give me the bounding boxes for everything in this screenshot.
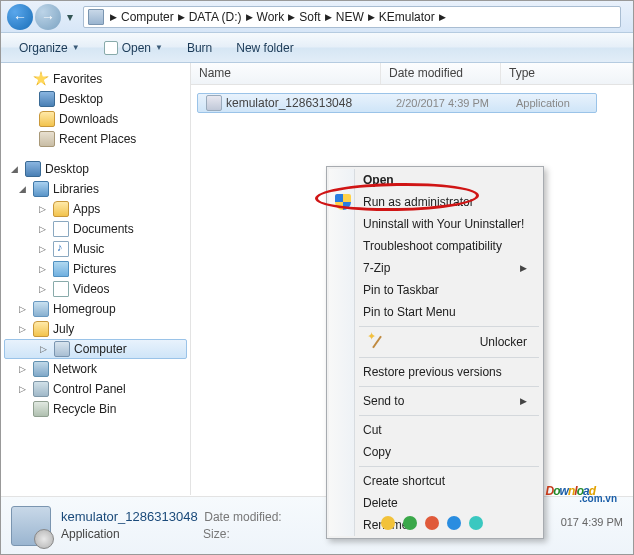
crumb-soft[interactable]: Soft	[297, 10, 322, 24]
ctx-delete[interactable]: Delete	[329, 492, 541, 514]
crumb-new[interactable]: NEW	[334, 10, 366, 24]
nav-apps[interactable]: ▷Apps	[1, 199, 190, 219]
open-icon	[104, 41, 118, 55]
nav-control-panel[interactable]: ▷Control Panel	[1, 379, 190, 399]
nav-recent-places[interactable]: Recent Places	[1, 129, 190, 149]
ctx-run-as-admin[interactable]: Run as administrator	[329, 191, 541, 213]
chevron-right-icon: ▶	[286, 12, 297, 22]
recycle-bin-icon	[33, 401, 49, 417]
nav-music[interactable]: ▷Music	[1, 239, 190, 259]
ctx-troubleshoot[interactable]: Troubleshoot compatibility	[329, 235, 541, 257]
title-bar: ← → ▾ ▶ Computer ▶ DATA (D:) ▶ Work ▶ So…	[1, 1, 633, 33]
nav-downloads[interactable]: Downloads	[1, 109, 190, 129]
music-icon	[53, 241, 69, 257]
ctx-unlocker[interactable]: Unlocker	[329, 330, 541, 354]
file-type: Application	[508, 94, 592, 112]
document-icon	[53, 221, 69, 237]
ctx-create-shortcut[interactable]: Create shortcut	[329, 470, 541, 492]
chevron-right-icon: ▶	[244, 12, 255, 22]
column-name[interactable]: Name	[191, 63, 381, 84]
nav-july[interactable]: ▷July	[1, 319, 190, 339]
homegroup-icon	[33, 301, 49, 317]
dot-icon	[425, 516, 439, 530]
open-button[interactable]: Open▼	[94, 38, 173, 58]
crumb-kemulator[interactable]: KEmulator	[377, 10, 437, 24]
submenu-arrow-icon: ▶	[520, 396, 527, 406]
crumb-data[interactable]: DATA (D:)	[187, 10, 244, 24]
expand-icon[interactable]: ▷	[39, 264, 49, 274]
crumb-work[interactable]: Work	[255, 10, 287, 24]
nav-computer[interactable]: ▷Computer	[4, 339, 187, 359]
expand-icon[interactable]: ▷	[39, 244, 49, 254]
command-bar: Organize▼ Open▼ Burn New folder	[1, 33, 633, 63]
collapse-icon[interactable]: ◢	[19, 184, 29, 194]
file-large-icon	[11, 506, 51, 546]
nav-desktop-root[interactable]: ◢Desktop	[1, 159, 190, 179]
chevron-right-icon: ▶	[176, 12, 187, 22]
computer-icon	[54, 341, 70, 357]
expand-icon[interactable]: ▷	[19, 364, 29, 374]
ctx-pin-taskbar[interactable]: Pin to Taskbar	[329, 279, 541, 301]
file-date: 2/20/2017 4:39 PM	[388, 94, 508, 112]
nav-history-dropdown[interactable]: ▾	[63, 4, 77, 30]
chevron-right-icon: ▶	[323, 12, 334, 22]
watermark-dots	[381, 516, 483, 530]
nav-documents[interactable]: ▷Documents	[1, 219, 190, 239]
nav-libraries[interactable]: ◢Libraries	[1, 179, 190, 199]
expand-icon[interactable]: ▷	[39, 204, 49, 214]
videos-icon	[53, 281, 69, 297]
expand-icon[interactable]: ▷	[40, 344, 50, 354]
ctx-uninstall[interactable]: Uninstall with Your Uninstaller!	[329, 213, 541, 235]
expand-icon[interactable]: ▷	[19, 304, 29, 314]
folder-icon	[53, 201, 69, 217]
ctx-copy[interactable]: Copy	[329, 441, 541, 463]
context-menu: Open Run as administrator Uninstall with…	[326, 166, 544, 539]
pictures-icon	[53, 261, 69, 277]
ctx-pin-start[interactable]: Pin to Start Menu	[329, 301, 541, 323]
exe-icon	[206, 95, 222, 111]
wand-icon	[369, 334, 385, 350]
star-icon	[33, 71, 49, 87]
nav-recycle-bin[interactable]: Recycle Bin	[1, 399, 190, 419]
nav-desktop[interactable]: Desktop	[1, 89, 190, 109]
libraries-icon	[33, 181, 49, 197]
back-button[interactable]: ←	[7, 4, 33, 30]
collapse-icon[interactable]: ◢	[11, 164, 21, 174]
file-row[interactable]: kemulator_1286313048 2/20/2017 4:39 PM A…	[197, 93, 597, 113]
ctx-restore[interactable]: Restore previous versions	[329, 361, 541, 383]
favorites-group[interactable]: Favorites	[1, 69, 190, 89]
nav-pictures[interactable]: ▷Pictures	[1, 259, 190, 279]
ctx-open[interactable]: Open	[329, 169, 541, 191]
nav-videos[interactable]: ▷Videos	[1, 279, 190, 299]
chevron-right-icon: ▶	[437, 12, 448, 22]
ctx-7zip[interactable]: 7-Zip▶	[329, 257, 541, 279]
ctx-cut[interactable]: Cut	[329, 419, 541, 441]
ctx-send-to[interactable]: Send to▶	[329, 390, 541, 412]
expand-icon[interactable]: ▷	[39, 224, 49, 234]
expand-icon[interactable]: ▷	[39, 284, 49, 294]
chevron-right-icon: ▶	[366, 12, 377, 22]
computer-icon	[88, 9, 104, 25]
dot-icon	[403, 516, 417, 530]
burn-button[interactable]: Burn	[177, 38, 222, 58]
nav-network[interactable]: ▷Network	[1, 359, 190, 379]
crumb-computer[interactable]: Computer	[119, 10, 176, 24]
column-type[interactable]: Type	[501, 63, 633, 84]
expand-icon[interactable]: ▷	[19, 324, 29, 334]
control-panel-icon	[33, 381, 49, 397]
expand-icon[interactable]: ▷	[19, 384, 29, 394]
breadcrumb[interactable]: ▶ Computer ▶ DATA (D:) ▶ Work ▶ Soft ▶ N…	[108, 10, 448, 24]
organize-button[interactable]: Organize▼	[9, 38, 90, 58]
forward-button[interactable]: →	[35, 4, 61, 30]
nav-homegroup[interactable]: ▷Homegroup	[1, 299, 190, 319]
desktop-icon	[39, 91, 55, 107]
column-date[interactable]: Date modified	[381, 63, 501, 84]
recent-icon	[39, 131, 55, 147]
user-icon	[33, 321, 49, 337]
details-filename: kemulator_1286313048	[61, 509, 198, 524]
address-bar[interactable]: ▶ Computer ▶ DATA (D:) ▶ Work ▶ Soft ▶ N…	[83, 6, 621, 28]
details-type: Application	[61, 527, 120, 541]
shield-icon	[335, 194, 351, 210]
folder-icon	[39, 111, 55, 127]
new-folder-button[interactable]: New folder	[226, 38, 303, 58]
